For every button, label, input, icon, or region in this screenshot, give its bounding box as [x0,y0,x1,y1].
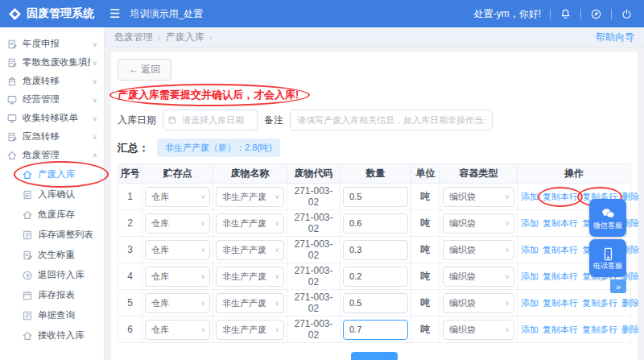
home-icon [22,209,33,221]
quantity-input[interactable] [343,240,408,260]
chevron-down-icon: ∨ [505,300,510,307]
container-select[interactable]: 编织袋∨ [443,213,514,234]
content-panel: ← 返回 产废入库需要提交并确认后，才会入库! 入库日期 备注 [111,52,638,360]
submenu-item-return-pending-inbound[interactable]: 退回待入库 [0,265,104,285]
chevron-down-icon: ∨ [505,326,510,333]
chevron-down-icon: ∨ [200,193,205,201]
bell-icon[interactable] [559,8,572,20]
op-add-link[interactable]: 添加 [521,218,539,228]
help-link[interactable]: 帮助向导 [596,31,634,44]
quantity-input[interactable] [343,320,408,340]
submenu-item-inventory-adjust-list[interactable]: 库存调整列表 [0,225,104,245]
waste-name-select[interactable]: 非生产产废∨ [216,187,284,207]
doc-edit-icon [6,39,18,50]
sidebar-item-emergency-transfer[interactable]: 应急转移∨ [0,127,104,146]
guide-icon[interactable] [590,8,602,20]
storage-select[interactable]: 仓库∨ [145,240,210,260]
op-add-link[interactable]: 添加 [521,271,539,281]
float-widgets: 微信客服电话客服» [589,199,626,293]
container-select[interactable]: 编织袋∨ [443,240,514,260]
storage-select[interactable]: 仓库∨ [145,320,210,340]
container-select[interactable]: 编织袋∨ [443,187,514,207]
container-select[interactable]: 编织袋∨ [443,320,514,340]
wechat-service-button[interactable]: 微信客服 [589,199,626,237]
op-delete-link[interactable]: 删除 [621,325,639,334]
op-copy-row-link[interactable]: 复制本行 [543,218,578,228]
chevron-down-icon: ∨ [505,193,510,201]
quantity-input[interactable] [343,267,408,287]
summary-row: 汇总： 非生产产废（新）：2.8(吨) [118,139,631,157]
submenu-item-inventory-report[interactable]: 库存报表 [0,285,104,305]
sidebar-item-hw-management[interactable]: 危废管理∧ [0,146,104,164]
sidebar-item-annual-report[interactable]: 年度申报∨ [0,35,104,53]
container-select[interactable]: 编织袋∨ [443,267,514,287]
header-tab[interactable]: 培训演示用_处置 [130,7,203,21]
container-select[interactable]: 编织袋∨ [443,293,514,313]
save-button[interactable]: 保存 [351,352,398,360]
waste-name-select[interactable]: 非生产产废∨ [216,267,284,287]
power-icon[interactable] [621,8,633,20]
storage-select[interactable]: 仓库∨ [145,213,210,234]
chevron-down-icon: ∨ [92,114,97,122]
chevron-down-icon: ∨ [92,133,97,141]
summary-badge: 非生产产废（新）：2.8(吨) [157,139,280,157]
collapse-arrow-button[interactable]: » [610,279,626,293]
op-copy-row-link[interactable]: 复制本行 [543,271,578,281]
op-add-link[interactable]: 添加 [521,325,539,334]
chevron-down-icon: ∨ [200,220,205,227]
column-header: 序号 [118,164,142,184]
op-copy-row-link[interactable]: 复制本行 [543,192,578,201]
phone-service-button[interactable]: 电话客服 [589,239,626,277]
submenu-item-waste-inbound[interactable]: 产废入库 [0,164,104,184]
unit-label: 吨 [411,210,440,237]
waste-name-select[interactable]: 非生产产废∨ [216,240,284,260]
wechat-icon [601,206,616,221]
sidebar-item-operation-management[interactable]: 经营管理∨ [0,90,104,109]
doc-edit-icon [6,131,18,143]
op-copy-multi-link[interactable]: 复制多行 [582,325,617,334]
calendar-icon [22,290,33,301]
submenu-item-hw-inventory[interactable]: 危废库存 [0,205,104,225]
breadcrumb-item[interactable]: 危废管理 [114,31,153,44]
submenu-item-receive-pending-inbound[interactable]: 接收待入库 [0,325,104,346]
submenu-item-inbound-confirm[interactable]: 入库确认 [0,184,104,205]
sidebar-item-scattered-hw-collection[interactable]: 零散危废收集填报∨ [0,53,104,72]
waste-name-select[interactable]: 非生产产废∨ [216,293,284,313]
table-row: 1仓库∨非生产产废∨271-003-02吨编织袋∨添加 复制本行 复制多行 删除 [118,184,631,210]
breadcrumb-item[interactable]: 产废入库 [166,31,204,44]
submenu-item-secondary-weighing[interactable]: 次生称重 [0,245,104,265]
chevron-down-icon: ∨ [505,246,510,254]
quantity-input[interactable] [343,187,408,207]
header-divider [550,9,551,19]
circle-arrow-icon [22,270,33,281]
back-button[interactable]: ← 返回 [118,59,171,81]
storage-select[interactable]: 仓库∨ [145,293,210,313]
table-row: 5仓库∨非生产产废∨271-003-02吨编织袋∨添加 复制本行 复制多行 删除 [118,290,631,317]
app-window: 固废管理系统 ☰ 培训演示用_处置 处置-ym，你好! 年度申报∨零散危废收集填… [0,0,644,360]
op-add-link[interactable]: 添加 [521,298,539,308]
unit-label: 吨 [411,290,440,317]
sidebar-item-hw-transfer[interactable]: 危废转移∨ [0,72,104,90]
op-copy-row-link[interactable]: 复制本行 [543,298,578,308]
storage-select[interactable]: 仓库∨ [145,267,210,287]
op-copy-multi-link[interactable]: 复制多行 [582,298,617,308]
list-icon [22,230,33,241]
op-add-link[interactable]: 添加 [521,192,539,201]
op-add-link[interactable]: 添加 [521,245,539,254]
doc-edit-icon [22,250,33,261]
doc-icon [22,189,33,201]
storage-select[interactable]: 仓库∨ [145,187,210,207]
home-icon [22,330,33,341]
waste-name-select[interactable]: 非生产产废∨ [216,320,284,340]
hamburger-icon[interactable]: ☰ [109,6,120,21]
op-delete-link[interactable]: 删除 [621,298,639,308]
op-copy-row-link[interactable]: 复制本行 [543,245,578,254]
remark-input[interactable] [290,110,493,130]
op-copy-row-link[interactable]: 复制本行 [543,325,578,334]
chevron-down-icon: ∨ [200,326,205,333]
sidebar-item-collection-transfer-manifest[interactable]: 收集转移联单∨ [0,109,104,127]
waste-name-select[interactable]: 非生产产废∨ [216,213,284,234]
quantity-input[interactable] [343,213,408,234]
quantity-input[interactable] [343,293,408,313]
submenu-item-document-query[interactable]: 单据查询 [0,305,104,325]
